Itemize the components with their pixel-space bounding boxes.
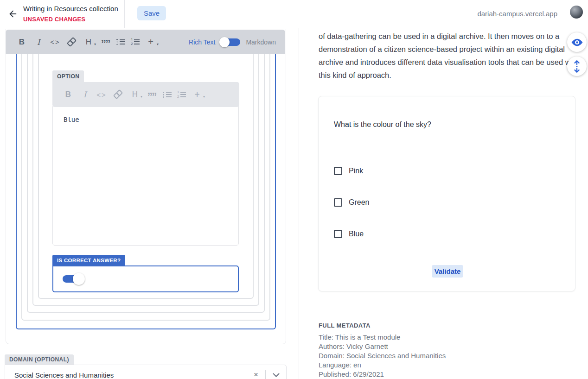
is-correct-answer-label: IS CORRECT ANSWER? (52, 255, 125, 265)
option-label: Green (349, 198, 369, 207)
save-button[interactable]: Save (137, 6, 166, 20)
metadata-line: Published: 6/29/2021 (319, 370, 446, 379)
header-divider (470, 0, 470, 28)
toggle-knob (219, 37, 230, 47)
paragraph-line: demonstration of a citizen science-based… (319, 43, 581, 56)
italic-icon[interactable] (33, 37, 44, 48)
italic-icon[interactable] (79, 89, 90, 100)
scroll-arrows-icon (572, 60, 582, 73)
eye-icon (571, 36, 583, 49)
domain-field-label: DOMAIN (OPTIONAL) (5, 354, 74, 365)
clear-icon[interactable]: × (247, 370, 265, 379)
quote-icon[interactable] (100, 37, 111, 48)
full-metadata-heading: FULL METADATA (319, 322, 371, 329)
paragraph-line: of data-gathering can be used in a digit… (319, 30, 581, 43)
metadata-line: Domain: Social Sciences and Humanities (319, 351, 446, 360)
code-icon[interactable] (50, 37, 61, 48)
page-title: Writing in Resources collection (23, 5, 118, 13)
unsaved-changes-badge: UNSAVED CHANGES (23, 16, 85, 23)
back-button[interactable] (6, 7, 19, 20)
option-checkbox[interactable] (334, 230, 342, 238)
metadata-line: Language: en (319, 360, 446, 370)
validate-button[interactable]: Validate (432, 265, 463, 278)
paragraph-lines: of data-gathering can be used in a digit… (319, 30, 581, 82)
option-text-editor[interactable]: Blue (52, 106, 239, 246)
add-icon[interactable] (145, 37, 156, 48)
is-correct-answer-field (52, 265, 239, 292)
preview-visibility-button[interactable] (567, 32, 587, 52)
quiz-option-row: Blue (334, 229, 556, 239)
option-value[interactable]: Blue (64, 116, 79, 123)
metadata-line: Authors: Vicky Garnett (319, 342, 446, 351)
app-window: Writing in Resources collection UNSAVED … (0, 0, 588, 379)
numbered-list-icon[interactable] (131, 39, 140, 45)
panel-divider (299, 25, 299, 379)
quiz-options-list: Pink Green Blue (334, 166, 556, 260)
site-domain-label: dariah-campus.vercel.app (477, 10, 557, 18)
paragraph-line: this kind of approach. (319, 69, 581, 82)
top-header: Writing in Resources collection UNSAVED … (0, 0, 588, 28)
quote-icon[interactable] (146, 89, 157, 100)
markdown-label[interactable]: Markdown (246, 38, 276, 46)
option-label: Pink (349, 167, 363, 175)
option-checkbox[interactable] (334, 198, 342, 207)
richtext-toolbar: Rich Text Markdown (6, 30, 285, 54)
toggle-knob (73, 273, 85, 285)
option-richtext-toolbar (52, 82, 239, 107)
rich-text-label[interactable]: Rich Text (189, 38, 215, 46)
bold-icon[interactable] (16, 37, 27, 48)
option-field-label: OPTION (52, 70, 84, 82)
metadata-list: Title: This is a Test moduleAuthors: Vic… (319, 333, 446, 379)
bold-icon[interactable] (63, 89, 74, 100)
numbered-list-icon[interactable] (177, 92, 186, 98)
avatar[interactable] (570, 6, 583, 19)
option-checkbox[interactable] (334, 167, 342, 175)
domain-select[interactable]: Social Sciences and Humanities × (5, 365, 287, 379)
metadata-line: Title: This is a Test module (319, 333, 446, 342)
toolbar-icons (60, 89, 205, 100)
link-icon[interactable] (66, 37, 77, 48)
preview-intro-paragraph: This module looks at what citizen scienc… (319, 26, 581, 84)
quiz-preview-card: What is the colour of the sky? Pink Gree… (318, 96, 575, 291)
code-icon[interactable] (96, 89, 107, 100)
toolbar-icons (13, 37, 159, 48)
bulleted-list-icon[interactable] (163, 92, 172, 98)
chevron-down-icon[interactable] (266, 373, 286, 377)
is-correct-answer-toggle[interactable] (63, 275, 82, 283)
domain-selected-value: Social Sciences and Humanities (14, 371, 247, 379)
arrow-left-icon (8, 9, 18, 19)
link-icon[interactable] (113, 89, 124, 100)
add-icon[interactable] (192, 89, 203, 100)
editor-mode-toggle[interactable] (221, 38, 240, 46)
scroll-top-bottom-button[interactable] (567, 57, 587, 76)
quiz-question: What is the colour of the sky? (334, 120, 431, 129)
quiz-option-row: Green (334, 197, 556, 208)
bulleted-list-icon[interactable] (116, 39, 125, 45)
heading-icon[interactable] (129, 89, 141, 100)
quiz-option-row: Pink (334, 166, 556, 176)
paragraph-line: archive and introduces different data vi… (319, 56, 581, 69)
option-label: Blue (349, 230, 364, 238)
heading-icon[interactable] (83, 37, 94, 48)
header-divider (124, 0, 125, 28)
